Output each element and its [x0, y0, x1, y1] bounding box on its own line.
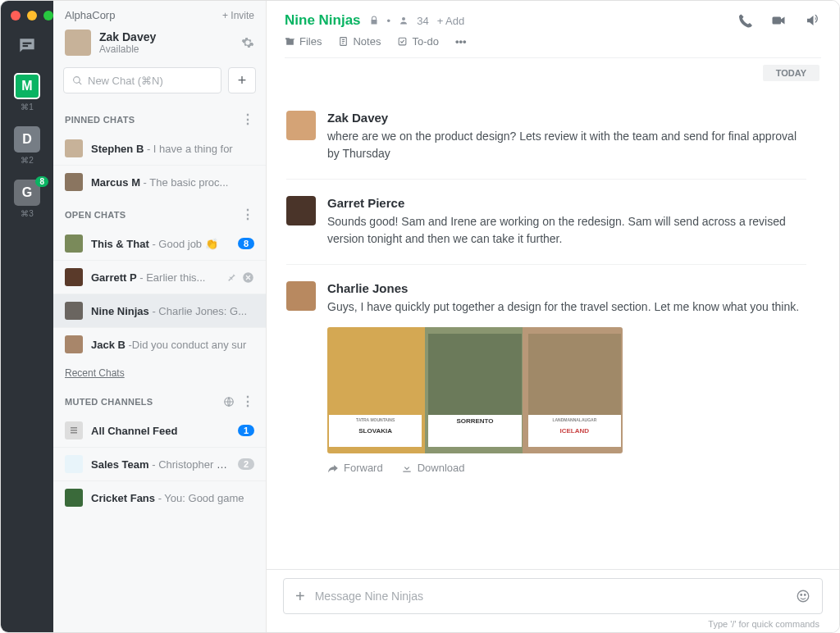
pin-icon[interactable]	[226, 271, 237, 282]
todo-icon	[397, 36, 408, 47]
app-logo-icon	[15, 34, 39, 58]
chat-item[interactable]: Garrett P - Earlier this...	[53, 260, 266, 294]
message-avatar[interactable]	[286, 196, 316, 225]
search-placeholder: New Chat (⌘N)	[88, 75, 163, 87]
composer: + Message Nine Ninjas Type '/' for quick…	[267, 569, 839, 632]
tab-notes[interactable]: Notes	[338, 35, 381, 48]
phone-icon[interactable]	[737, 13, 752, 28]
member-count[interactable]: 34	[417, 15, 428, 27]
chat-preview: - Christopher J: d.	[149, 458, 230, 471]
add-member-button[interactable]: + Add	[437, 15, 465, 27]
action-label: Forward	[344, 462, 383, 474]
tab-label: To-do	[412, 35, 439, 48]
sidebar: AlphaCorp + Invite Zak Davey Available N…	[53, 1, 267, 632]
chat-preview: - Charlie Jones: G...	[149, 305, 247, 317]
forward-icon	[327, 462, 339, 474]
chat-avatar	[65, 268, 83, 286]
chat-item-active[interactable]: Nine Ninjas - Charlie Jones: G...	[53, 294, 266, 327]
channel-name[interactable]: Nine Ninjas	[285, 12, 361, 29]
chat-name: Nine Ninjas	[91, 305, 149, 317]
tab-files[interactable]: Files	[285, 35, 322, 48]
section-open: OPEN CHATS	[65, 210, 126, 220]
section-pinned: PINNED CHATS	[65, 115, 135, 125]
chat-item[interactable]: All Channel Feed 1	[53, 414, 266, 447]
new-chat-button[interactable]: +	[228, 67, 256, 93]
separator: •	[387, 15, 391, 27]
message: Charlie Jones Guys, I have quickly put t…	[286, 273, 806, 490]
person-icon	[399, 16, 409, 25]
close-icon[interactable]	[242, 271, 254, 284]
message: Garret Pierce Sounds good! Sam and Irene…	[286, 188, 806, 265]
workspace-tile-1[interactable]: M	[14, 73, 40, 99]
card-title: SLOVAKIA	[329, 425, 422, 437]
card-title: SORRENTO	[428, 415, 521, 427]
download-button[interactable]: Download	[401, 462, 465, 474]
attachment-image[interactable]: TATRA MOUNTAINSSLOVAKIA SORRENTO LANDMAN…	[327, 327, 623, 453]
forward-button[interactable]: Forward	[327, 462, 383, 474]
chat-item[interactable]: Sales Team - Christopher J: d. 2	[53, 447, 266, 480]
speaker-icon[interactable]	[805, 13, 819, 28]
chat-name: Sales Team	[91, 458, 149, 471]
workspace-shortcut: ⌘1	[21, 102, 34, 112]
user-avatar[interactable]	[65, 30, 91, 56]
chat-preview: - I have a thing for	[144, 143, 232, 155]
globe-icon[interactable]	[223, 396, 235, 408]
gear-icon[interactable]	[241, 36, 254, 49]
composer-placeholder: Message Nine Ninjas	[315, 590, 786, 603]
message-avatar[interactable]	[286, 281, 316, 311]
chat-item[interactable]: Stephen B - I have a thing for	[53, 132, 266, 165]
emoji-icon[interactable]	[796, 589, 810, 603]
chat-preview: - Earlier this...	[137, 271, 206, 284]
video-icon[interactable]	[770, 13, 787, 28]
workspace-badge: 8	[35, 176, 48, 187]
message-text: Sounds good! Sam and Irene are working o…	[327, 213, 806, 248]
more-icon[interactable]: ⋮	[241, 394, 254, 409]
unread-badge: 8	[238, 238, 254, 249]
maximize-window[interactable]	[43, 11, 53, 20]
app-rail: M ⌘1 D ⌘2 G 8 ⌘3	[1, 1, 53, 632]
recent-chats-link[interactable]: Recent Chats	[53, 361, 266, 385]
chat-avatar	[65, 335, 83, 353]
message-author[interactable]: Charlie Jones	[327, 281, 806, 295]
message-input[interactable]: + Message Nine Ninjas	[283, 578, 823, 614]
user-status[interactable]: Available	[99, 43, 233, 55]
tab-label: Files	[299, 35, 322, 48]
message-text: Guys, I have quickly put together a desi…	[327, 298, 806, 316]
chat-item[interactable]: Jack B -Did you conduct any sur	[53, 327, 266, 361]
attachment[interactable]: TATRA MOUNTAINSSLOVAKIA SORRENTO LANDMAN…	[327, 327, 623, 474]
chat-avatar	[65, 455, 83, 473]
workspace-tile-3[interactable]: G 8	[14, 180, 40, 206]
workspace-tile-2[interactable]: D	[14, 126, 40, 153]
svg-point-7	[402, 17, 405, 20]
chat-item[interactable]: Cricket Fans - You: Good game	[53, 480, 266, 514]
more-icon[interactable]: •••	[455, 35, 467, 48]
svg-point-11	[797, 590, 809, 602]
section-muted: MUTED CHANNELS	[65, 397, 153, 407]
svg-point-13	[805, 594, 806, 596]
message-avatar[interactable]	[286, 111, 316, 140]
chat-item[interactable]: This & That - Good job 👏 8	[53, 227, 266, 260]
workspace-shortcut: ⌘2	[21, 156, 34, 165]
message-author[interactable]: Zak Davey	[327, 111, 806, 125]
invite-button[interactable]: + Invite	[222, 10, 254, 21]
lock-icon	[369, 16, 379, 25]
chat-preview: -Did you conduct any sur	[126, 339, 246, 351]
search-input[interactable]: New Chat (⌘N)	[63, 67, 221, 93]
svg-rect-1	[23, 45, 28, 47]
chat-preview: - The basic proc...	[140, 176, 228, 189]
chat-name: This & That	[91, 238, 149, 250]
more-icon[interactable]: ⋮	[241, 112, 254, 127]
tab-todo[interactable]: To-do	[397, 35, 439, 48]
svg-rect-5	[71, 430, 77, 431]
close-window[interactable]	[11, 11, 21, 20]
svg-rect-8	[773, 17, 782, 25]
more-icon[interactable]: ⋮	[241, 207, 254, 222]
message-author[interactable]: Garret Pierce	[327, 196, 806, 210]
svg-rect-6	[71, 432, 77, 434]
svg-rect-10	[399, 38, 407, 45]
action-label: Download	[418, 462, 465, 474]
minimize-window[interactable]	[27, 11, 37, 20]
traffic-lights[interactable]	[11, 11, 53, 20]
chat-item[interactable]: Marcus M - The basic proc...	[53, 165, 266, 198]
plus-icon[interactable]: +	[295, 587, 305, 606]
